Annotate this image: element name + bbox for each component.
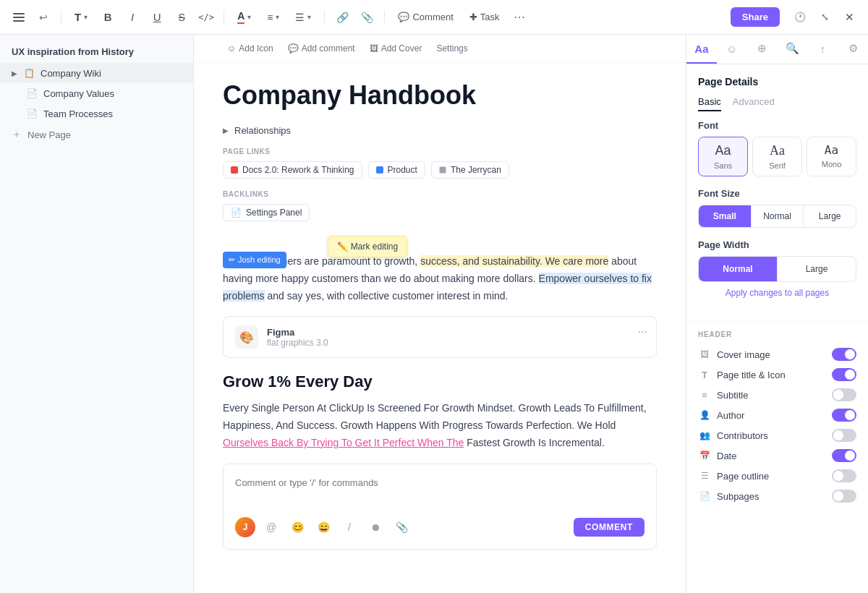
emoji-icon[interactable]: 😊 xyxy=(287,517,307,537)
svg-rect-2 xyxy=(13,20,25,22)
panel-tab-search[interactable]: 🔍 xyxy=(777,35,807,64)
share-button[interactable]: Share xyxy=(731,7,780,27)
task-button[interactable]: ✚ Task xyxy=(464,9,506,25)
width-normal[interactable]: Normal xyxy=(699,257,778,281)
cover-image-toggle[interactable] xyxy=(832,348,856,361)
underline-button[interactable]: U xyxy=(147,7,167,27)
align-button[interactable]: ≡ ▾ xyxy=(261,9,285,26)
panel-tab-text[interactable]: Aa xyxy=(686,35,717,64)
subtitle-toggle[interactable] xyxy=(832,388,856,401)
subpages-icon: 📄 xyxy=(698,490,711,503)
panel-tab-emoji[interactable]: ☺ xyxy=(717,35,747,64)
emoji-tab-icon: ☺ xyxy=(726,43,737,55)
panel-tab-settings[interactable]: ⚙ xyxy=(838,35,868,64)
cover-image-label: Cover image xyxy=(717,349,826,360)
font-color-button[interactable]: A ▾ xyxy=(231,7,257,27)
page-title-toggle[interactable] xyxy=(832,368,856,381)
embed-more-icon[interactable]: ··· xyxy=(638,325,647,338)
link-button[interactable]: 🔗 xyxy=(332,7,352,27)
sans-label: Sans xyxy=(714,161,732,170)
settings-chip-icon: 📄 xyxy=(231,208,242,218)
comment-footer: J @ 😊 😄 / ⏺ 📎 COMMENT xyxy=(235,517,644,537)
italic-button[interactable]: I xyxy=(122,7,142,27)
link-chip-docs[interactable]: Docs 2.0: Rework & Thinking xyxy=(223,161,362,179)
page-links-row: Docs 2.0: Rework & Thinking Product The … xyxy=(223,161,657,179)
contributors-toggle[interactable] xyxy=(832,429,856,442)
figma-embed-card: 🎨 Figma flat graphics 3.0 ··· xyxy=(223,316,657,358)
comment-submit-button[interactable]: COMMENT xyxy=(574,518,644,537)
para2-link[interactable]: Ourselves Back By Trying To Get It Perfe… xyxy=(223,437,464,448)
toggle-subtitle: ≡ Subtitle xyxy=(698,385,856,405)
more-options-icon[interactable]: ··· xyxy=(510,7,530,27)
comment-input[interactable] xyxy=(235,477,644,488)
link-chip-product[interactable]: Product xyxy=(368,161,425,179)
relationships-row[interactable]: ▶ Relationships xyxy=(223,125,657,136)
sidebar-item-company-wiki[interactable]: ▶ 📋 Company Wiki xyxy=(0,63,193,83)
undo-icon[interactable]: ↩ xyxy=(33,7,54,27)
font-option-mono[interactable]: Aa Mono xyxy=(807,137,856,176)
author-toggle[interactable] xyxy=(832,409,856,422)
slash-icon[interactable]: / xyxy=(339,517,359,537)
size-normal[interactable]: Normal xyxy=(752,205,804,227)
sidebar-item-team-processes[interactable]: 📄 Team Processes xyxy=(0,103,193,124)
record-icon[interactable]: ⏺ xyxy=(365,517,386,537)
subpages-toggle[interactable] xyxy=(832,490,856,503)
para2-after: Fastest Growth Is Incremental. xyxy=(464,437,605,448)
comment-box: J @ 😊 😄 / ⏺ 📎 COMMENT xyxy=(223,464,657,550)
settings-button[interactable]: Settings xyxy=(432,40,472,56)
panel-tab-link[interactable]: ⊕ xyxy=(747,35,778,64)
gif-icon[interactable]: 😄 xyxy=(313,517,333,537)
attach-icon[interactable]: 📎 xyxy=(391,517,412,537)
paperclip-button[interactable]: 📎 xyxy=(357,7,377,27)
expand-icon[interactable]: ⤡ xyxy=(814,7,835,27)
close-icon[interactable]: ✕ xyxy=(839,7,859,27)
page-links-section: PAGE LINKS Docs 2.0: Rework & Thinking P… xyxy=(223,148,657,179)
add-cover-button[interactable]: 🖼 Add Cover xyxy=(365,40,427,56)
svg-rect-0 xyxy=(13,13,25,14)
add-icon-button[interactable]: ☺ Add Icon xyxy=(223,40,278,56)
apply-changes-link[interactable]: Apply changes to all pages xyxy=(698,288,856,298)
link-chip-jerrycan[interactable]: The Jerrycan xyxy=(431,161,509,179)
paragraph-2: Every Single Person At ClickUp Is Screen… xyxy=(223,400,657,451)
main-toolbar: ↩ T ▾ B I U S </> A ▾ ≡ ▾ ☰ ▾ 🔗 📎 💬 Comm… xyxy=(0,0,868,35)
font-option-serif[interactable]: Aa Serif xyxy=(752,137,802,176)
relationships-label: Relationships xyxy=(234,125,291,136)
mention-icon[interactable]: @ xyxy=(261,517,281,537)
section2-heading: Grow 1% Every Day xyxy=(223,372,657,391)
hamburger-icon[interactable] xyxy=(9,7,29,27)
wiki-icon: 📋 xyxy=(23,67,35,79)
pencil-icon: ✏️ xyxy=(337,239,348,254)
subpages-label: Subpages xyxy=(717,491,826,502)
sidebar-item-company-values[interactable]: 📄 Company Values xyxy=(0,83,193,103)
history-icon[interactable]: 🕐 xyxy=(790,7,810,27)
bold-button[interactable]: B xyxy=(98,7,118,27)
size-large[interactable]: Large xyxy=(804,205,856,227)
add-comment-button[interactable]: 💬 Add comment xyxy=(284,40,359,56)
font-size-label: Font Size xyxy=(698,188,856,199)
code-button[interactable]: </> xyxy=(196,7,216,27)
text-format-button[interactable]: T ▾ xyxy=(69,8,93,26)
sub-tab-advanced[interactable]: Advanced xyxy=(733,96,775,111)
add-icon-icon: ☺ xyxy=(227,43,236,54)
contributors-icon: 👥 xyxy=(698,429,711,442)
panel-tab-share[interactable]: ↑ xyxy=(807,35,838,64)
comment-button[interactable]: 💬 Comment xyxy=(392,9,459,25)
sub-tab-basic[interactable]: Basic xyxy=(698,96,721,111)
strikethrough-button[interactable]: S xyxy=(171,7,192,27)
size-small[interactable]: Small xyxy=(699,205,752,227)
toggle-author: 👤 Author xyxy=(698,405,856,425)
list-button[interactable]: ☰ ▾ xyxy=(289,9,317,26)
page-outline-toggle[interactable] xyxy=(832,469,856,482)
width-large[interactable]: Large xyxy=(778,257,856,281)
comment-plus-icon: 💬 xyxy=(288,43,299,54)
page-title-icon: T xyxy=(698,368,711,381)
doc-toolbar: ☺ Add Icon 💬 Add comment 🖼 Add Cover Set… xyxy=(194,35,686,63)
font-option-sans[interactable]: Aa Sans xyxy=(698,137,748,176)
right-panel: Aa ☺ ⊕ 🔍 ↑ ⚙ Page Details Basic Ad xyxy=(686,35,868,593)
contributors-label: Contributors xyxy=(717,430,826,441)
expand-arrow-icon: ▶ xyxy=(12,69,17,77)
font-size-section: Font Size Small Normal Large xyxy=(698,188,856,228)
backlink-chip-settings[interactable]: 📄 Settings Panel xyxy=(223,204,310,221)
date-toggle[interactable] xyxy=(832,449,856,462)
add-page-button[interactable]: ＋ New Page xyxy=(0,124,193,145)
